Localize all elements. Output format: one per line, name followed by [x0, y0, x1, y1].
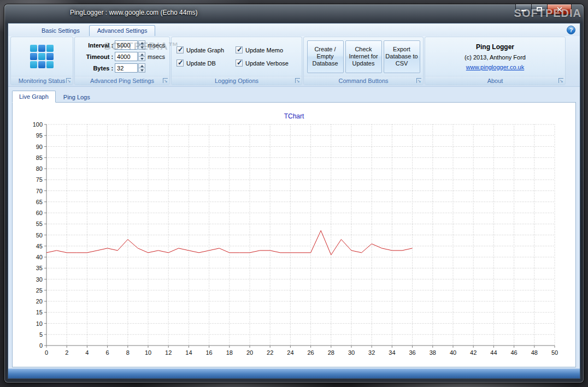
svg-text:45: 45 — [36, 243, 43, 249]
interval-field-row: Interval : msecs — [79, 40, 165, 50]
export-database-csv-button[interactable]: Export Database to CSV — [384, 40, 420, 73]
page-tab-bar: Live Graph Ping Logs — [8, 90, 580, 102]
svg-text:42: 42 — [470, 349, 477, 356]
bytes-spinner[interactable] — [138, 63, 145, 73]
desktop-background: SOFTPEDIA™ SOFTPEDIA PingLogger : www.go… — [0, 0, 588, 387]
spinner-down-icon[interactable] — [138, 45, 145, 50]
svg-text:60: 60 — [36, 210, 43, 216]
svg-text:50: 50 — [36, 232, 43, 239]
svg-text:10: 10 — [145, 349, 151, 356]
spinner-down-icon[interactable] — [138, 56, 145, 61]
svg-text:6: 6 — [106, 349, 109, 356]
svg-text:40: 40 — [36, 254, 43, 260]
close-icon — [556, 7, 562, 13]
about-app-name: Ping Logger — [476, 43, 514, 51]
svg-text:55: 55 — [36, 221, 43, 227]
dialog-launcher-icon[interactable] — [163, 78, 168, 83]
checkbox-icon — [236, 46, 243, 53]
svg-text:26: 26 — [307, 349, 314, 356]
svg-text:10: 10 — [36, 320, 43, 327]
tab-live-graph[interactable]: Live Graph — [12, 91, 56, 103]
maximize-button[interactable] — [531, 4, 547, 15]
svg-text:5: 5 — [39, 331, 43, 338]
timeout-spinner[interactable] — [138, 52, 145, 61]
interval-input[interactable] — [115, 40, 138, 50]
svg-text:25: 25 — [36, 287, 43, 294]
svg-text:46: 46 — [510, 349, 517, 356]
group-caption-label: Advanced Ping Settings — [90, 78, 154, 84]
group-monitoring-status: Monitoring Status — [10, 37, 73, 85]
svg-text:4: 4 — [85, 349, 89, 356]
dialog-launcher-icon[interactable] — [416, 78, 421, 83]
group-caption-logging: Logging Options — [172, 76, 302, 85]
svg-text:44: 44 — [490, 349, 497, 356]
bytes-input[interactable] — [115, 63, 138, 73]
svg-text:0: 0 — [45, 349, 48, 356]
timeout-input[interactable] — [115, 52, 138, 61]
tab-advanced-settings[interactable]: Advanced Settings — [89, 25, 156, 36]
checkbox-update-verbose[interactable]: Update Verbose — [236, 59, 297, 67]
group-about: Ping Logger (c) 2013, Anthony Ford www.p… — [425, 37, 566, 85]
dialog-launcher-icon[interactable] — [295, 78, 300, 83]
close-button[interactable] — [547, 4, 572, 15]
checkbox-icon — [177, 46, 184, 53]
minimize-button[interactable] — [515, 4, 531, 15]
tab-basic-settings[interactable]: Basic Settings — [33, 25, 88, 36]
interval-label: Interval : — [79, 42, 113, 49]
svg-text:2: 2 — [65, 349, 68, 356]
svg-text:35: 35 — [36, 265, 43, 271]
svg-text:15: 15 — [36, 309, 43, 315]
group-caption-label: Monitoring Status — [19, 78, 66, 84]
svg-text:85: 85 — [36, 154, 43, 161]
svg-text:50: 50 — [551, 349, 558, 356]
about-copyright: (c) 2013, Anthony Ford — [464, 54, 526, 61]
checkbox-update-graph[interactable]: Update Graph — [177, 46, 236, 53]
client-area: Basic Settings Advanced Settings ? Monit… — [8, 23, 580, 379]
window-controls — [515, 4, 572, 15]
svg-text:30: 30 — [36, 276, 43, 283]
spinner-up-icon[interactable] — [138, 52, 145, 56]
group-caption-about: About — [425, 76, 565, 85]
pinglogger-website-link[interactable]: www.pinglogger.co.uk — [466, 64, 524, 70]
group-caption-monitoring: Monitoring Status — [11, 76, 73, 85]
svg-text:12: 12 — [165, 349, 172, 356]
spinner-up-icon[interactable] — [138, 63, 145, 68]
svg-text:75: 75 — [36, 176, 43, 183]
group-caption-label: Logging Options — [215, 78, 258, 84]
checkbox-icon — [177, 59, 184, 67]
svg-text:22: 22 — [267, 349, 273, 356]
checkbox-update-db[interactable]: Update DB — [177, 59, 236, 67]
svg-text:0: 0 — [39, 342, 43, 349]
maximize-icon — [537, 7, 542, 11]
spinner-up-icon[interactable] — [138, 40, 145, 45]
dialog-launcher-icon[interactable] — [66, 78, 71, 83]
svg-text:70: 70 — [36, 188, 43, 194]
create-empty-database-button[interactable]: Create / Empty Database — [307, 40, 344, 73]
ping-line-chart: 0510152025303540455055606570758085909510… — [13, 103, 575, 367]
svg-text:28: 28 — [328, 349, 334, 356]
bytes-label: Bytes : — [79, 65, 113, 72]
checkbox-label: Update DB — [186, 60, 216, 67]
status-bar — [8, 368, 580, 378]
interval-spinner[interactable] — [138, 40, 145, 50]
timeout-field-row: Timeout : msecs — [79, 52, 165, 61]
group-advanced-ping-settings: Interval : msecs Timeout : — [74, 37, 170, 85]
svg-text:36: 36 — [409, 349, 415, 356]
svg-text:14: 14 — [185, 349, 192, 356]
tab-ping-logs[interactable]: Ping Logs — [56, 91, 97, 102]
svg-text:34: 34 — [389, 349, 395, 356]
help-button[interactable]: ? — [567, 26, 575, 34]
svg-text:95: 95 — [36, 132, 43, 139]
svg-text:65: 65 — [36, 199, 43, 205]
svg-text:20: 20 — [36, 298, 43, 305]
svg-text:90: 90 — [36, 144, 43, 150]
checkbox-label: Update Memo — [245, 47, 283, 53]
group-caption-label: About — [487, 78, 503, 84]
check-internet-updates-button[interactable]: Check Internet for Updates — [345, 40, 382, 73]
dialog-launcher-icon[interactable] — [558, 78, 563, 83]
svg-text:100: 100 — [33, 121, 43, 128]
timeout-label: Timeout : — [79, 53, 113, 60]
checkbox-update-memo[interactable]: Update Memo — [236, 46, 297, 53]
title-bar[interactable]: PingLogger : www.google.com (Echo 44ms) — [4, 4, 584, 23]
spinner-down-icon[interactable] — [138, 68, 145, 73]
